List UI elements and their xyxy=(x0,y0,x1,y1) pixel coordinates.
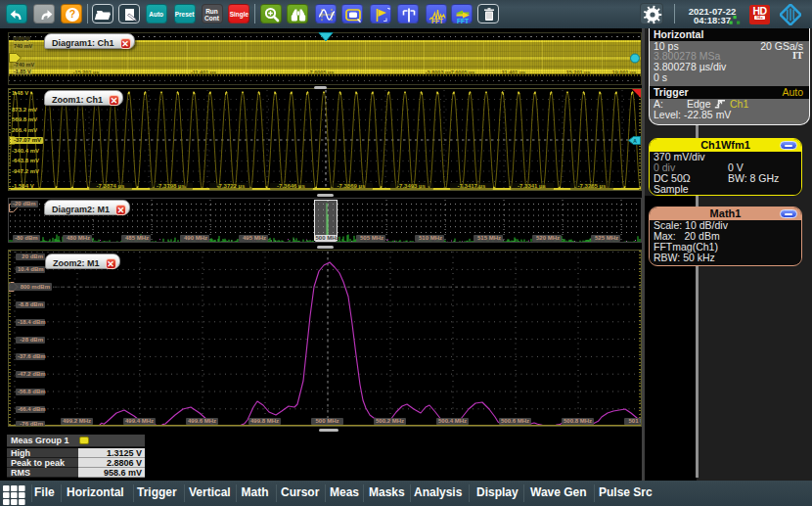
svg-text:A: A xyxy=(633,137,637,143)
svg-text:FFT: FFT xyxy=(457,18,469,24)
svg-text:?: ? xyxy=(69,8,75,20)
svg-text:FFT: FFT xyxy=(431,18,443,24)
